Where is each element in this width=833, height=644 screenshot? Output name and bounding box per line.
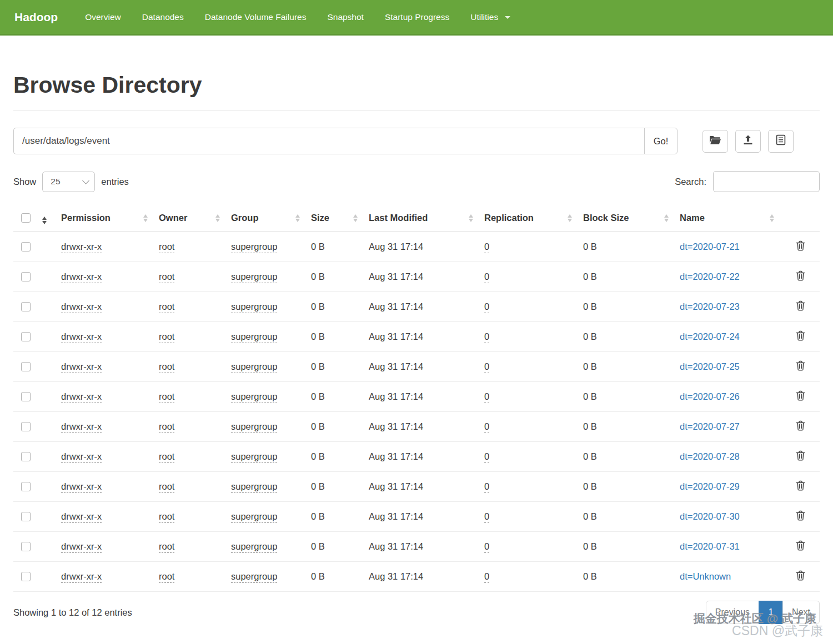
- permission-value[interactable]: drwxr-xr-x: [61, 481, 102, 493]
- trash-icon[interactable]: [796, 303, 805, 313]
- replication-value[interactable]: 0: [484, 361, 489, 373]
- sort-icon[interactable]: [42, 217, 47, 224]
- permission-value[interactable]: drwxr-xr-x: [61, 331, 102, 343]
- group-value[interactable]: supergroup: [231, 391, 277, 403]
- row-checkbox[interactable]: [21, 542, 31, 551]
- owner-value[interactable]: root: [159, 361, 174, 373]
- sort-icon[interactable]: [215, 214, 220, 222]
- trash-icon[interactable]: [796, 363, 805, 373]
- directory-link[interactable]: dt=Unknown: [680, 571, 731, 581]
- trash-icon[interactable]: [796, 572, 805, 582]
- row-checkbox[interactable]: [21, 242, 31, 251]
- nav-snapshot[interactable]: Snapshot: [317, 12, 374, 22]
- col-header-permission[interactable]: Permission: [61, 213, 111, 223]
- directory-link[interactable]: dt=2020-07-27: [680, 421, 740, 431]
- col-header-replication[interactable]: Replication: [484, 213, 534, 223]
- trash-icon[interactable]: [796, 333, 805, 343]
- sort-icon[interactable]: [143, 214, 148, 222]
- col-header-name[interactable]: Name: [680, 213, 705, 223]
- directory-link[interactable]: dt=2020-07-30: [680, 511, 740, 521]
- permission-value[interactable]: drwxr-xr-x: [61, 271, 102, 283]
- permission-value[interactable]: drwxr-xr-x: [61, 421, 102, 433]
- sort-icon[interactable]: [568, 214, 572, 222]
- nav-startup-progress[interactable]: Startup Progress: [374, 12, 460, 22]
- owner-value[interactable]: root: [159, 541, 174, 553]
- sort-icon[interactable]: [295, 214, 300, 222]
- nav-utilities[interactable]: Utilities: [460, 12, 520, 22]
- directory-link[interactable]: dt=2020-07-24: [680, 331, 740, 341]
- directory-link[interactable]: dt=2020-07-26: [680, 391, 740, 401]
- owner-value[interactable]: root: [159, 271, 174, 283]
- trash-icon[interactable]: [796, 482, 805, 492]
- owner-value[interactable]: root: [159, 451, 174, 463]
- sort-icon[interactable]: [664, 214, 669, 222]
- row-checkbox[interactable]: [21, 482, 31, 491]
- trash-icon[interactable]: [796, 542, 805, 552]
- permission-value[interactable]: drwxr-xr-x: [61, 301, 102, 313]
- replication-value[interactable]: 0: [484, 331, 489, 343]
- file-list-button[interactable]: [768, 130, 794, 153]
- owner-value[interactable]: root: [159, 481, 174, 493]
- row-checkbox[interactable]: [21, 512, 31, 521]
- row-checkbox[interactable]: [21, 332, 31, 341]
- col-header-size[interactable]: Size: [311, 213, 329, 223]
- group-value[interactable]: supergroup: [231, 451, 277, 463]
- group-value[interactable]: supergroup: [231, 361, 277, 373]
- permission-value[interactable]: drwxr-xr-x: [61, 571, 102, 583]
- replication-value[interactable]: 0: [484, 391, 489, 403]
- sort-icon[interactable]: [770, 214, 774, 222]
- directory-link[interactable]: dt=2020-07-23: [680, 301, 740, 311]
- replication-value[interactable]: 0: [484, 511, 489, 523]
- directory-link[interactable]: dt=2020-07-22: [680, 271, 740, 281]
- directory-link[interactable]: dt=2020-07-25: [680, 361, 740, 371]
- permission-value[interactable]: drwxr-xr-x: [61, 541, 102, 553]
- group-value[interactable]: supergroup: [231, 301, 277, 313]
- col-header-owner[interactable]: Owner: [159, 213, 187, 223]
- row-checkbox[interactable]: [21, 272, 31, 281]
- upload-button[interactable]: [735, 130, 761, 153]
- permission-value[interactable]: drwxr-xr-x: [61, 242, 102, 253]
- directory-link[interactable]: dt=2020-07-31: [680, 541, 740, 551]
- nav-datanodes[interactable]: Datanodes: [132, 12, 194, 22]
- trash-icon[interactable]: [796, 243, 805, 253]
- replication-value[interactable]: 0: [484, 451, 489, 463]
- replication-value[interactable]: 0: [484, 571, 489, 583]
- permission-value[interactable]: drwxr-xr-x: [61, 451, 102, 463]
- row-checkbox[interactable]: [21, 302, 31, 311]
- sort-icon[interactable]: [353, 214, 358, 222]
- replication-value[interactable]: 0: [484, 421, 489, 433]
- col-header-group[interactable]: Group: [231, 213, 259, 223]
- go-button[interactable]: Go!: [644, 128, 678, 154]
- owner-value[interactable]: root: [159, 301, 174, 313]
- directory-link[interactable]: dt=2020-07-28: [680, 451, 740, 461]
- directory-link[interactable]: dt=2020-07-29: [680, 481, 740, 491]
- group-value[interactable]: supergroup: [231, 331, 277, 343]
- permission-value[interactable]: drwxr-xr-x: [61, 361, 102, 373]
- trash-icon[interactable]: [796, 422, 805, 432]
- owner-value[interactable]: root: [159, 571, 174, 583]
- replication-value[interactable]: 0: [484, 481, 489, 493]
- row-checkbox[interactable]: [21, 362, 31, 371]
- col-header-last-modified[interactable]: Last Modified: [369, 213, 428, 223]
- replication-value[interactable]: 0: [484, 271, 489, 283]
- owner-value[interactable]: root: [159, 421, 174, 433]
- group-value[interactable]: supergroup: [231, 271, 277, 283]
- nav-overview[interactable]: Overview: [74, 12, 132, 22]
- select-all-checkbox[interactable]: [21, 213, 31, 223]
- group-value[interactable]: supergroup: [231, 511, 277, 523]
- permission-value[interactable]: drwxr-xr-x: [61, 391, 102, 403]
- trash-icon[interactable]: [796, 452, 805, 462]
- trash-icon[interactable]: [796, 393, 805, 402]
- replication-value[interactable]: 0: [484, 301, 489, 313]
- group-value[interactable]: supergroup: [231, 421, 277, 433]
- row-checkbox[interactable]: [21, 392, 31, 401]
- trash-icon[interactable]: [796, 273, 805, 283]
- group-value[interactable]: supergroup: [231, 242, 277, 253]
- group-value[interactable]: supergroup: [231, 481, 277, 493]
- group-value[interactable]: supergroup: [231, 571, 277, 583]
- owner-value[interactable]: root: [159, 331, 174, 343]
- directory-link[interactable]: dt=2020-07-21: [680, 242, 740, 251]
- sort-icon[interactable]: [469, 214, 473, 222]
- replication-value[interactable]: 0: [484, 242, 489, 253]
- row-checkbox[interactable]: [21, 452, 31, 461]
